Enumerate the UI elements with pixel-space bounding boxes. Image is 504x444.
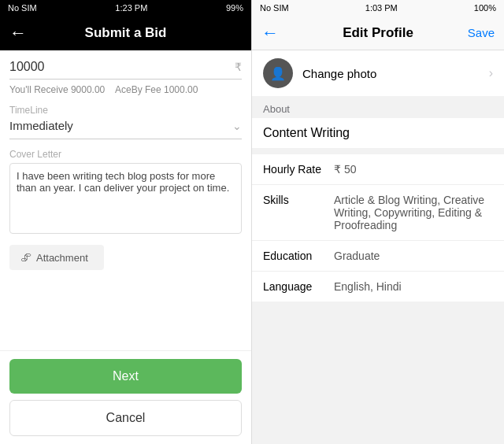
right-carrier: No SIM bbox=[260, 3, 289, 13]
bid-amount-value[interactable]: 10000 bbox=[9, 60, 45, 74]
right-nav-bar: ← Edit Profile Save bbox=[252, 16, 504, 50]
left-nav-bar: ← Submit a Bid bbox=[0, 16, 251, 50]
right-time: 1:03 PM bbox=[365, 3, 398, 13]
next-button[interactable]: Next bbox=[9, 359, 242, 394]
fee-row: You'll Receive 9000.00 AceBy Fee 1000.00 bbox=[9, 84, 242, 95]
profile-details-card: Hourly Rate ₹ 50 Skills Article & Blog W… bbox=[252, 154, 504, 302]
chevron-right-icon: › bbox=[489, 66, 493, 80]
rupee-icon: ₹ bbox=[235, 61, 242, 73]
right-battery: 100% bbox=[474, 3, 496, 13]
content-writing-field[interactable]: Content Writing bbox=[252, 118, 504, 148]
change-photo-text: Change photo bbox=[302, 67, 480, 80]
right-back-button[interactable]: ← bbox=[261, 24, 279, 42]
left-time: 1:23 PM bbox=[115, 3, 147, 13]
bid-amount-row: 10000 ₹ bbox=[9, 60, 242, 80]
timeline-select[interactable]: Immediately ⌄ bbox=[9, 119, 242, 139]
paperclip-icon: 🖇 bbox=[20, 251, 32, 264]
right-nav-title: Edit Profile bbox=[343, 25, 413, 41]
edit-profile-panel: No SIM 1:03 PM 100% ← Edit Profile Save … bbox=[252, 0, 504, 444]
language-value: English, Hindi bbox=[334, 280, 493, 293]
left-back-button[interactable]: ← bbox=[9, 24, 27, 42]
bid-content: 10000 ₹ You'll Receive 9000.00 AceBy Fee… bbox=[0, 50, 251, 350]
right-status-bar: No SIM 1:03 PM 100% bbox=[252, 0, 504, 16]
skills-value: Article & Blog Writing, Creative Writing… bbox=[334, 194, 493, 231]
skills-label: Skills bbox=[263, 194, 326, 206]
education-row: Education Graduate bbox=[252, 241, 504, 272]
skills-row: Skills Article & Blog Writing, Creative … bbox=[252, 185, 504, 241]
cover-letter-label: Cover Letter bbox=[9, 149, 242, 160]
change-photo-row[interactable]: 👤 Change photo › bbox=[252, 50, 504, 96]
avatar: 👤 bbox=[263, 58, 293, 88]
left-status-bar: No SIM 1:23 PM 99% bbox=[0, 0, 251, 16]
left-carrier: No SIM bbox=[8, 3, 37, 13]
submit-bid-panel: No SIM 1:23 PM 99% ← Submit a Bid 10000 … bbox=[0, 0, 252, 444]
hourly-rate-row: Hourly Rate ₹ 50 bbox=[252, 154, 504, 185]
avatar-initials: 👤 bbox=[270, 66, 286, 81]
ace-fee: AceBy Fee 1000.00 bbox=[115, 84, 198, 95]
cover-letter-input[interactable]: I have been writing tech blog posts for … bbox=[9, 163, 242, 234]
timeline-chevron-icon: ⌄ bbox=[232, 120, 242, 132]
you-receive: You'll Receive 9000.00 bbox=[9, 84, 105, 95]
save-button[interactable]: Save bbox=[468, 26, 495, 39]
education-label: Education bbox=[263, 250, 326, 262]
hourly-rate-label: Hourly Rate bbox=[263, 163, 326, 176]
education-value: Graduate bbox=[334, 250, 493, 262]
timeline-label-wrapper: TimeLine bbox=[9, 105, 242, 116]
bottom-actions: Next Cancel bbox=[0, 350, 251, 444]
about-section-header: About bbox=[252, 97, 504, 118]
attachment-button[interactable]: 🖇 Attachment bbox=[9, 245, 104, 270]
content-writing-value: Content Writing bbox=[263, 126, 350, 139]
language-row: Language English, Hindi bbox=[252, 272, 504, 302]
timeline-value: Immediately bbox=[9, 119, 73, 132]
timeline-label: TimeLine bbox=[9, 105, 242, 116]
profile-content: 👤 Change photo › About Content Writing H… bbox=[252, 50, 504, 444]
left-battery: 99% bbox=[226, 3, 243, 13]
attachment-label: Attachment bbox=[36, 252, 88, 264]
cancel-button[interactable]: Cancel bbox=[9, 400, 242, 436]
left-nav-title: Submit a Bid bbox=[85, 25, 167, 41]
language-label: Language bbox=[263, 280, 326, 293]
hourly-rate-value: ₹ 50 bbox=[334, 163, 493, 176]
